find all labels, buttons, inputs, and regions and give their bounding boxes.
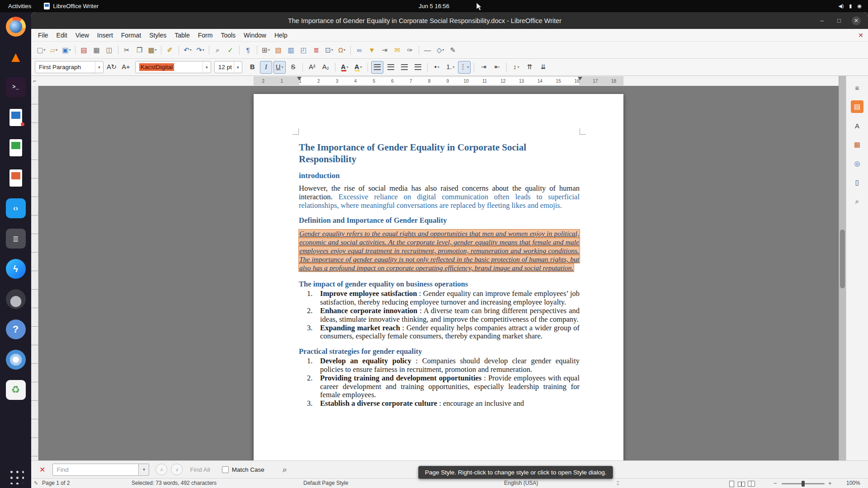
single-page-view-icon[interactable] <box>727 480 735 487</box>
firefox-icon[interactable] <box>6 17 26 37</box>
selected-paragraph[interactable]: Gender equality refers to the equal righ… <box>299 229 580 272</box>
list-item[interactable]: 1. Develop an equality policy : Companie… <box>299 357 580 374</box>
libreoffice-impress-icon[interactable] <box>6 168 26 188</box>
list-item[interactable]: 3. Expanding market reach : Gender equal… <box>299 324 580 341</box>
activities-button[interactable]: Activities <box>0 3 39 9</box>
gallery-icon[interactable]: ▦ <box>851 138 863 151</box>
align-right-button[interactable] <box>398 61 410 74</box>
title-bar[interactable]: The Importance of Gender Equality in Cor… <box>31 12 868 29</box>
chevron-down-icon[interactable]: ▾ <box>234 61 242 73</box>
doc-heading-introduction[interactable]: introduction <box>299 171 580 180</box>
subscript-button[interactable]: A₂ <box>320 61 332 74</box>
doc-title-heading[interactable]: The Importance of Gender Equality in Cor… <box>299 141 580 165</box>
basic-shapes-icon[interactable]: ◇ ▾ <box>434 44 447 56</box>
software-store-icon[interactable]: ♻ <box>6 380 26 400</box>
menu-window[interactable]: Window <box>240 29 270 42</box>
decrease-indent-button[interactable]: ⇤ <box>491 61 503 74</box>
close-button[interactable]: ✕ <box>852 16 861 25</box>
underline-button[interactable]: U▾ <box>274 61 286 74</box>
align-center-button[interactable] <box>385 61 397 74</box>
power-icon[interactable]: ◉ <box>857 3 862 9</box>
space-below-paragraph-button[interactable]: ⇊ <box>537 61 549 74</box>
list-item[interactable]: 1. Improve employee satisfaction : Gende… <box>299 290 580 307</box>
indent-marker-left[interactable] <box>297 77 302 83</box>
navigator-icon[interactable]: ◎ <box>851 157 863 170</box>
styles-icon[interactable]: A <box>851 119 863 132</box>
list-item[interactable]: 3. Establish a diverse corporate culture… <box>299 399 580 408</box>
insert-text-box-icon[interactable]: ◰ <box>297 44 310 56</box>
focused-app-indicator[interactable]: LibreOffice Writer <box>39 3 103 9</box>
insert-chart-icon[interactable]: ▥ <box>285 44 297 56</box>
font-name-combo[interactable]: KacstDigital ▾ <box>135 61 211 73</box>
ruler-strip[interactable]: 21123456789101112131415161718 <box>254 76 623 85</box>
clone-formatting-icon[interactable]: ✐ <box>164 44 176 56</box>
print-preview-icon[interactable]: ◫ <box>103 44 116 56</box>
doc-heading-strategies[interactable]: Practical strategies for gender equality <box>299 347 580 356</box>
list-item[interactable]: 2. Enhance corporate innovation : A dive… <box>299 307 580 324</box>
redo-icon[interactable]: ↷ ▾ <box>194 44 207 56</box>
insert-line-icon[interactable]: ― <box>421 44 434 56</box>
find-next-button[interactable]: ∨ <box>171 464 183 475</box>
find-history-dropdown[interactable]: ▾ <box>138 464 149 476</box>
page-icon[interactable]: ▯ <box>851 176 863 189</box>
document-page[interactable]: The Importance of Gender Equality in Cor… <box>254 94 623 460</box>
find-all-button[interactable]: Find All <box>190 466 210 473</box>
vertical-ruler[interactable] <box>31 86 38 460</box>
cut-icon[interactable]: ✂ <box>121 44 133 56</box>
document-modified-icon[interactable]: ✎ <box>34 479 38 488</box>
highlight-color-button[interactable]: A▾ <box>352 61 364 74</box>
document-content[interactable]: The Importance of Gender Equality in Cor… <box>254 94 623 408</box>
clock[interactable]: Jun 5 16:56 <box>419 3 449 9</box>
menu-tools[interactable]: Tools <box>217 29 240 42</box>
chat-app-icon[interactable] <box>6 289 26 309</box>
line-spacing-button[interactable]: ↕▾ <box>510 61 522 74</box>
find-input[interactable] <box>52 464 138 476</box>
book-view-icon[interactable] <box>747 480 755 487</box>
doc-heading-impact[interactable]: The impact of gender equality on busines… <box>299 279 580 289</box>
menu-format[interactable]: Format <box>117 29 145 42</box>
word-count-status[interactable]: Selected: 73 words, 492 characters <box>132 479 217 488</box>
archive-manager-icon[interactable]: ≣ <box>6 229 26 249</box>
list-item[interactable]: 2. Providing training and development op… <box>299 374 580 399</box>
zoom-in-button[interactable]: + <box>828 479 832 488</box>
menu-help[interactable]: Help <box>270 29 292 42</box>
show-applications-button[interactable] <box>8 468 24 484</box>
horizontal-ruler[interactable]: ⌐ 21123456789101112131415161718 <box>31 76 839 86</box>
maximize-button[interactable]: □ <box>835 16 844 25</box>
increase-indent-button[interactable]: ⇥ <box>477 61 490 74</box>
sidebar-settings-icon[interactable]: ≡ <box>851 81 863 94</box>
update-style-icon[interactable]: A↻ <box>105 61 118 74</box>
track-changes-icon[interactable]: ✑ <box>404 44 416 56</box>
volume-icon[interactable]: ◀) <box>838 3 844 9</box>
tab-stop-type-selector[interactable]: ⌐ <box>33 76 36 86</box>
unordered-list-button[interactable]: •▾ <box>431 61 443 74</box>
intro-paragraph[interactable]: However, the rise of social media has al… <box>299 184 580 210</box>
new-style-icon[interactable]: A+ <box>120 61 132 74</box>
menu-edit[interactable]: Edit <box>52 29 71 42</box>
print-icon[interactable]: ▦ <box>90 44 103 56</box>
chromium-icon[interactable] <box>6 350 26 370</box>
bold-button[interactable]: B <box>246 61 259 74</box>
help-icon[interactable]: ? <box>6 319 26 339</box>
vscode-icon[interactable]: ‹› <box>6 198 26 218</box>
menu-file[interactable]: File <box>34 29 52 42</box>
font-color-button[interactable]: A▾ <box>339 61 351 74</box>
draw-functions-icon[interactable]: ✎ <box>447 44 459 56</box>
close-find-bar-icon[interactable]: ✕ <box>39 465 45 474</box>
paragraph-style-combo[interactable]: First Paragraph ▾ <box>35 61 104 73</box>
vlc-icon[interactable]: ▲ <box>6 47 26 67</box>
insert-page-break-icon[interactable]: ≣ <box>310 44 323 56</box>
strikethrough-button[interactable]: S <box>287 61 299 74</box>
paste-icon[interactable]: ▩ ▾ <box>146 44 159 56</box>
messenger-icon[interactable]: ϟ <box>6 259 26 279</box>
document-canvas[interactable]: The Importance of Gender Equality in Cor… <box>31 86 839 460</box>
insert-comment-icon[interactable]: ✉ <box>391 44 404 56</box>
chevron-down-icon[interactable]: ▾ <box>95 61 103 73</box>
style-inspector-icon[interactable]: ⌕ <box>851 195 863 208</box>
insert-cross-reference-icon[interactable]: ⇥ <box>378 44 391 56</box>
superscript-button[interactable]: A² <box>306 61 318 74</box>
zoom-slider[interactable] <box>782 483 825 484</box>
new-document-icon[interactable]: ▢ ▾ <box>35 44 47 56</box>
insert-image-icon[interactable]: ▧ <box>272 44 285 56</box>
formatting-marks-icon[interactable]: ¶ <box>242 44 255 56</box>
